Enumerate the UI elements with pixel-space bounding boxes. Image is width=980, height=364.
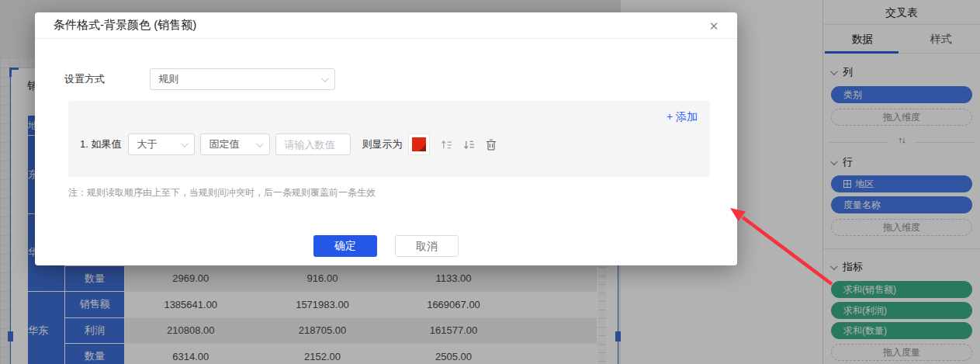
delete-rule-icon[interactable] [485, 138, 497, 151]
chevron-down-icon [256, 140, 264, 147]
rule-prefix-label: 1. 如果值 [80, 137, 121, 151]
rules-panel: + 添加 1. 如果值 大于 固定值 则显示为 [68, 101, 710, 177]
display-as-label: 则显示为 [362, 137, 402, 151]
move-rule-bottom-icon[interactable] [462, 138, 475, 151]
setting-mode-select[interactable]: 规则 [150, 68, 335, 90]
rule-value-type-value: 固定值 [209, 137, 239, 151]
conditional-format-dialog: 条件格式-背景颜色 (销售额) ✕ 设置方式 规则 + 添加 1. 如果值 大于… [35, 12, 737, 265]
rule-value-type-select[interactable]: 固定值 [200, 133, 270, 155]
rule-row: 1. 如果值 大于 固定值 则显示为 [80, 133, 497, 155]
rule-value-input[interactable] [275, 133, 351, 155]
dialog-title: 条件格式-背景颜色 (销售额) [54, 18, 196, 33]
app-root: 销售额 地区 东北 销售额 利润 [0, 0, 980, 364]
setting-mode-label: 设置方式 [64, 72, 105, 86]
cancel-button[interactable]: 取消 [395, 235, 459, 257]
dialog-header: 条件格式-背景颜色 (销售额) ✕ [35, 12, 737, 39]
chevron-down-icon [321, 75, 329, 82]
dialog-footer: 确定 取消 [35, 235, 737, 257]
color-swatch[interactable] [408, 133, 430, 155]
rule-operator-select[interactable]: 大于 [128, 133, 195, 155]
chevron-down-icon [181, 140, 189, 147]
ok-button[interactable]: 确定 [313, 235, 377, 257]
add-rule-link[interactable]: + 添加 [667, 110, 698, 124]
color-swatch-corner [419, 144, 426, 151]
rules-note: 注：规则读取顺序由上至下，当规则间冲突时，后一条规则覆盖前一条生效 [68, 186, 376, 199]
rule-operator-value: 大于 [137, 137, 157, 151]
move-rule-top-icon[interactable] [440, 138, 452, 151]
setting-mode-row: 设置方式 规则 [64, 68, 335, 90]
close-icon[interactable]: ✕ [706, 19, 722, 34]
setting-mode-value: 规则 [158, 72, 178, 86]
